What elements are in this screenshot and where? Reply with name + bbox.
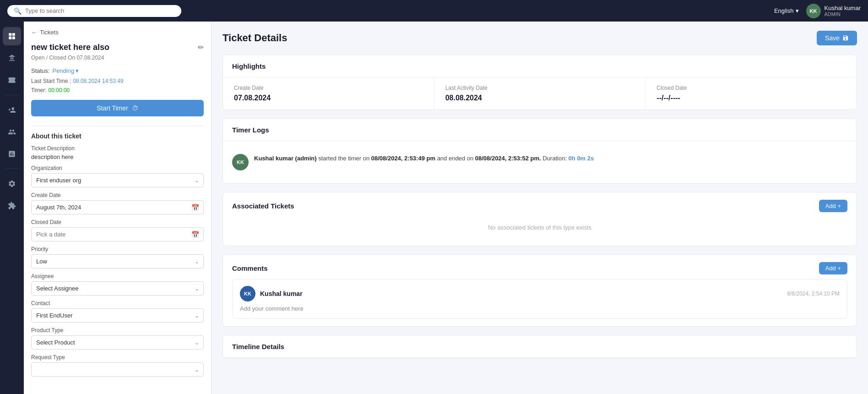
comments-card: Comments Add + KK Kushal kumar 8/8/2024,…: [222, 254, 857, 327]
language-selector[interactable]: English ▾: [774, 7, 799, 14]
svg-rect-3: [12, 37, 15, 39]
sidebar-item-plugin[interactable]: [3, 197, 21, 215]
sidebar-item-chart[interactable]: [3, 145, 21, 163]
last-start-time-label: Last Start Time :: [31, 78, 71, 84]
about-title: About this ticket: [31, 132, 204, 140]
section-divider: [31, 126, 204, 126]
priority-label: Priority: [31, 246, 204, 252]
left-panel: ← Tickets new ticket here also ✏ Open / …: [24, 22, 212, 394]
start-timer-button[interactable]: Start Timer ⏱: [31, 100, 204, 116]
assignee-select-wrapper: Select Assignee ⌄: [31, 281, 204, 296]
timeline-header: Timeline Details: [223, 335, 857, 358]
timeline-card: Timeline Details: [222, 335, 857, 358]
ticket-desc-value: description here: [31, 153, 204, 160]
log-duration-label: Duration:: [542, 155, 568, 162]
log-text: Kushal kumar (admin) started the timer o…: [254, 154, 594, 163]
comment-header: KK Kushal kumar 8/8/2024, 2:54:10 PM: [240, 286, 840, 301]
avatar: KK: [806, 4, 821, 18]
contact-select-wrapper: First EndUser ⌄: [31, 308, 204, 323]
sidebar-item-grid[interactable]: [3, 27, 21, 45]
request-type-select-wrapper: ⌄: [31, 362, 204, 377]
timer-row: Timer: 00:00:00: [31, 87, 204, 93]
ticket-desc-label: Ticket Description: [31, 145, 204, 152]
priority-select-wrapper: Low ⌄: [31, 254, 204, 268]
status-row: Status: Pending ▾: [31, 67, 204, 74]
status-label: Status:: [31, 67, 49, 74]
search-bar[interactable]: 🔍: [7, 5, 181, 17]
associated-tickets-body: Associated Tickets Add + No associated t…: [223, 192, 857, 246]
sidebar-item-add-user[interactable]: [3, 101, 21, 119]
add-associated-ticket-button[interactable]: Add +: [819, 200, 847, 212]
create-date-value: 07.08.2024: [234, 94, 423, 102]
user-info[interactable]: KK Kushal kumar ADMIN: [806, 4, 861, 18]
timer-label: Timer:: [31, 87, 47, 93]
back-link[interactable]: ← Tickets: [31, 29, 204, 36]
sidebar-divider: [5, 95, 19, 95]
request-type-select[interactable]: [31, 362, 204, 377]
svg-rect-0: [9, 33, 11, 36]
log-user: Kushal kumar (admin): [254, 155, 317, 162]
svg-rect-1: [12, 33, 15, 36]
create-date-label: Create Date: [31, 192, 204, 198]
last-activity-label: Last Activity Date: [445, 85, 635, 91]
user-details: Kushal kumar ADMIN: [825, 5, 861, 17]
organization-select-wrapper: First enduser org ⌄: [31, 173, 204, 187]
product-type-select[interactable]: Select Product: [31, 335, 204, 350]
assignee-select[interactable]: Select Assignee: [31, 281, 204, 296]
svg-rect-2: [9, 37, 11, 39]
search-input[interactable]: [25, 7, 175, 14]
user-name: Kushal kumar: [825, 5, 861, 11]
closed-date-label: Closed Date: [31, 219, 204, 225]
organization-select[interactable]: First enduser org: [31, 173, 204, 187]
last-activity-value: 08.08.2024: [445, 94, 635, 102]
edit-icon[interactable]: ✏: [198, 43, 204, 52]
status-badge[interactable]: Pending ▾: [52, 67, 79, 74]
status-value: Pending: [52, 67, 74, 74]
log-action-end: and ended on: [437, 155, 475, 162]
highlights-title: Highlights: [232, 62, 266, 70]
log-end-time: 08/08/2024, 2:53:52 pm.: [475, 155, 541, 162]
ticket-meta: Open / Closed On 07.08.2024: [31, 55, 204, 61]
timer-log-entry: KK Kushal kumar (admin) started the time…: [232, 148, 847, 176]
highlight-last-activity: Last Activity Date 08.08.2024: [434, 77, 646, 109]
save-label: Save: [825, 34, 840, 42]
highlights-header: Highlights: [223, 55, 857, 77]
back-label: Tickets: [40, 29, 59, 36]
closed-date-wrapper: 📅: [31, 227, 204, 241]
user-role: ADMIN: [825, 11, 861, 17]
timer-logs-title: Timer Logs: [232, 126, 269, 134]
sidebar-item-users[interactable]: [3, 123, 21, 141]
comment-text[interactable]: Add your comment here: [240, 305, 840, 312]
contact-select[interactable]: First EndUser: [31, 308, 204, 323]
last-start-time-value: 08.08.2024 14:53:49: [73, 78, 123, 84]
contact-label: Contact: [31, 300, 204, 306]
timeline-title: Timeline Details: [232, 343, 284, 350]
chevron-down-icon: ▾: [76, 67, 79, 74]
org-label: Organization: [31, 165, 204, 171]
sidebar-item-ticket[interactable]: [3, 71, 21, 89]
create-date-input[interactable]: [31, 200, 204, 214]
priority-select[interactable]: Low: [31, 254, 204, 268]
closed-date-input[interactable]: [31, 227, 204, 241]
highlight-closed-date: Closed Date --/--/----: [646, 77, 857, 109]
start-timer-label: Start Timer: [97, 104, 128, 112]
associated-tickets-title: Associated Tickets: [232, 202, 294, 210]
back-arrow-icon: ←: [31, 29, 37, 36]
add-comment-button[interactable]: Add +: [819, 262, 847, 274]
closed-date-label: Closed Date: [656, 85, 846, 91]
comments-body: Comments Add + KK Kushal kumar 8/8/2024,…: [223, 255, 857, 326]
comment-entry: KK Kushal kumar 8/8/2024, 2:54:10 PM Add…: [232, 279, 847, 319]
comment-username: Kushal kumar: [260, 290, 303, 297]
last-start-time-row: Last Start Time : 08.08.2024 14:53:49: [31, 78, 204, 84]
search-icon: 🔍: [14, 7, 22, 15]
clock-icon: ⏱: [132, 104, 138, 112]
comments-header: Comments Add +: [232, 262, 847, 274]
sidebar-item-settings[interactable]: [3, 175, 21, 193]
save-button[interactable]: Save: [817, 31, 857, 45]
create-date-wrapper: 📅: [31, 200, 204, 214]
timer-value: 00:00:00: [49, 87, 70, 93]
chevron-down-icon: ▾: [796, 7, 799, 14]
comment-avatar: KK: [240, 286, 255, 301]
product-type-label: Product Type: [31, 327, 204, 334]
sidebar-item-bank[interactable]: [3, 49, 21, 67]
